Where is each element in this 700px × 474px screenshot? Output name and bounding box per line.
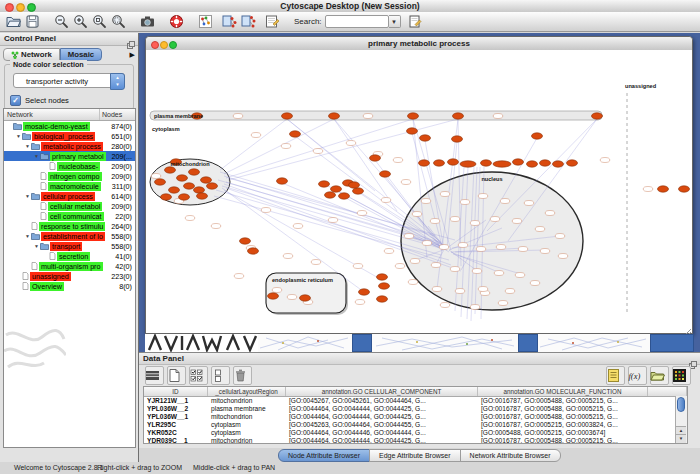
network-node[interactable]: [287, 295, 297, 300]
save-icon[interactable]: [25, 14, 40, 29]
table-scrollbar[interactable]: ▲ ▼: [675, 396, 687, 443]
open-folder-icon[interactable]: [6, 14, 21, 29]
network-node[interactable]: [439, 245, 449, 250]
network-node[interactable]: [395, 264, 405, 269]
network-node[interactable]: [355, 300, 365, 305]
net-close-button[interactable]: [151, 41, 159, 49]
tree-col-nodes[interactable]: Nodes: [100, 109, 135, 120]
table-row[interactable]: YKR052Ccytoplasm[GO:0044464, GO:0044446,…: [144, 429, 687, 437]
network-node[interactable]: [268, 293, 279, 299]
network-node[interactable]: [476, 247, 486, 252]
tree-row[interactable]: unassigned223(0): [4, 271, 135, 281]
float-window-icon[interactable]: [127, 35, 135, 43]
network-node[interactable]: [481, 160, 492, 166]
network-node[interactable]: [440, 303, 450, 308]
network-node[interactable]: [532, 133, 543, 139]
network-node[interactable]: [431, 263, 441, 268]
network-node[interactable]: [408, 113, 419, 119]
background-window-preview[interactable]: [258, 334, 352, 352]
fx-icon[interactable]: f(x): [628, 368, 643, 383]
network-node[interactable]: [450, 267, 460, 272]
tree-row[interactable]: ▼cellular process614(0): [4, 191, 135, 201]
tree-row[interactable]: ▼establishment of lo558(0): [4, 231, 135, 241]
column-header[interactable]: annotation.GO MOLECULAR_FUNCTION: [478, 387, 648, 396]
network-node[interactable]: [470, 221, 480, 226]
table-grid-icon[interactable]: [145, 368, 160, 383]
network-node[interactable]: [515, 273, 525, 278]
network-node[interactable]: [261, 208, 271, 213]
fx-button[interactable]: f(x): [628, 366, 647, 385]
tree-expand-arrow-icon[interactable]: ▼: [15, 133, 22, 139]
select-all-icon[interactable]: [189, 368, 204, 383]
network-node[interactable]: [412, 212, 422, 217]
tree-expand-arrow-icon[interactable]: ▼: [33, 243, 40, 249]
network-node[interactable]: [290, 131, 301, 137]
network-node[interactable]: [460, 200, 470, 205]
network-node[interactable]: [450, 217, 460, 222]
annotation-edit-icon[interactable]: [265, 14, 280, 29]
matrix-icon[interactable]: [672, 368, 687, 383]
network-node[interactable]: [494, 271, 504, 276]
tree-expand-arrow-icon[interactable]: ▼: [33, 153, 40, 159]
network-node[interactable]: [233, 114, 243, 119]
search-input[interactable]: [325, 15, 389, 28]
new-doc-icon[interactable]: [167, 368, 182, 383]
network-node[interactable]: [282, 113, 293, 119]
network-node[interactable]: [169, 187, 180, 193]
network-node[interactable]: [493, 161, 511, 167]
network-node[interactable]: [530, 281, 540, 286]
table-row[interactable]: YJR121W__1mitochondrion[GO:0045267, GO:0…: [144, 397, 687, 405]
network-node[interactable]: [234, 274, 244, 279]
network-node[interactable]: [325, 192, 336, 198]
column-header[interactable]: annotation.GO CELLULAR_COMPONENT: [286, 387, 478, 396]
network-node[interactable]: [329, 113, 340, 119]
network-node[interactable]: [240, 238, 251, 244]
network-node[interactable]: [419, 160, 430, 166]
network-node[interactable]: [448, 159, 459, 165]
network-node[interactable]: [151, 174, 161, 179]
tree-row[interactable]: secretion41(0): [4, 251, 135, 261]
scroll-down-button[interactable]: ▼: [676, 434, 686, 443]
network-node[interactable]: [493, 114, 503, 119]
network-node[interactable]: [207, 183, 218, 189]
network-node[interactable]: [401, 180, 411, 185]
network-node[interactable]: [420, 135, 431, 141]
network-node[interactable]: [545, 211, 555, 216]
dropdown-stepper-icon[interactable]: ▲▼: [110, 73, 125, 90]
network-node[interactable]: [381, 198, 391, 203]
network-node[interactable]: [331, 186, 342, 192]
network-node[interactable]: [311, 260, 321, 265]
trash-icon[interactable]: [233, 368, 248, 383]
net-maximize-button[interactable]: [169, 41, 177, 49]
network-node[interactable]: [592, 113, 603, 119]
tree-expand-arrow-icon[interactable]: ▼: [24, 193, 31, 199]
network-node[interactable]: [197, 193, 208, 199]
network-node[interactable]: [658, 186, 669, 192]
scrollbar-thumb[interactable]: [677, 397, 685, 412]
network-node[interactable]: [370, 155, 381, 161]
network-node[interactable]: [346, 141, 356, 146]
attr-list-button[interactable]: [606, 366, 625, 385]
unselect-all-button[interactable]: [211, 366, 230, 385]
tree-row[interactable]: multi-organism pro42(0): [4, 261, 135, 271]
background-window-edge[interactable]: [650, 334, 694, 352]
tree-row[interactable]: macromolecule311(0): [4, 181, 135, 191]
background-window-edge[interactable]: [518, 334, 538, 352]
network-node[interactable]: [540, 249, 550, 254]
tree-row[interactable]: ▼transport558(0): [4, 241, 135, 251]
table-row[interactable]: YPL036W__1mitochondrion[GO:0044464, GO:0…: [144, 413, 687, 421]
node-color-dropdown[interactable]: transporter activity ▲▼: [13, 73, 125, 88]
mdi-desktop[interactable]: primary metabolic process plasma membran…: [139, 33, 700, 352]
background-window-preview[interactable]: [538, 334, 650, 352]
table-row[interactable]: YPL036W__2plasma membrane[GO:0044464, GO…: [144, 405, 687, 413]
network-node[interactable]: [553, 161, 564, 167]
network-window-titlebar[interactable]: primary metabolic process: [146, 37, 692, 51]
network-node[interactable]: [600, 158, 610, 163]
network-node[interactable]: [535, 227, 545, 232]
zoom-in-icon[interactable]: [73, 14, 88, 29]
table-row[interactable]: YDR039C__1mitochondrion[GO:0044464, GO:0…: [144, 437, 687, 444]
open-folder-small-icon[interactable]: [650, 368, 665, 383]
network-small-icon[interactable]: [198, 14, 213, 29]
network-node[interactable]: [498, 301, 508, 306]
network-view-window[interactable]: primary metabolic process plasma membran…: [145, 36, 693, 334]
